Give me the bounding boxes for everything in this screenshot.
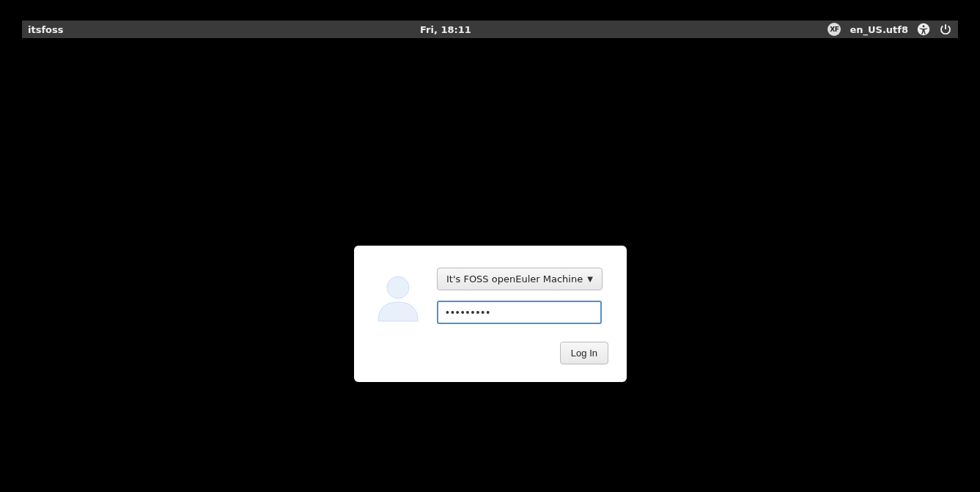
user-selector-label: It's FOSS openEuler Machine xyxy=(446,273,583,284)
locale-indicator[interactable]: en_US.utf8 xyxy=(850,24,908,35)
accessibility-icon[interactable] xyxy=(917,23,930,36)
svg-point-1 xyxy=(923,25,925,27)
login-dialog: It's FOSS openEuler Machine ▼ Log In xyxy=(354,246,627,382)
svg-point-2 xyxy=(387,276,409,298)
top-panel: itsfoss Fri, 18:11 XF en_US.utf8 xyxy=(22,21,958,38)
login-button[interactable]: Log In xyxy=(560,342,608,364)
session-badge-icon[interactable]: XF xyxy=(828,23,841,36)
avatar xyxy=(372,271,424,323)
login-controls: It's FOSS openEuler Machine ▼ Log In xyxy=(437,268,608,366)
chevron-down-icon: ▼ xyxy=(587,275,593,283)
panel-indicators: XF en_US.utf8 xyxy=(828,23,952,36)
power-icon[interactable] xyxy=(939,23,952,36)
clock: Fri, 18:11 xyxy=(63,24,828,35)
password-input[interactable] xyxy=(437,301,602,324)
hostname-label: itsfoss xyxy=(28,24,63,35)
user-selector[interactable]: It's FOSS openEuler Machine ▼ xyxy=(437,268,603,290)
